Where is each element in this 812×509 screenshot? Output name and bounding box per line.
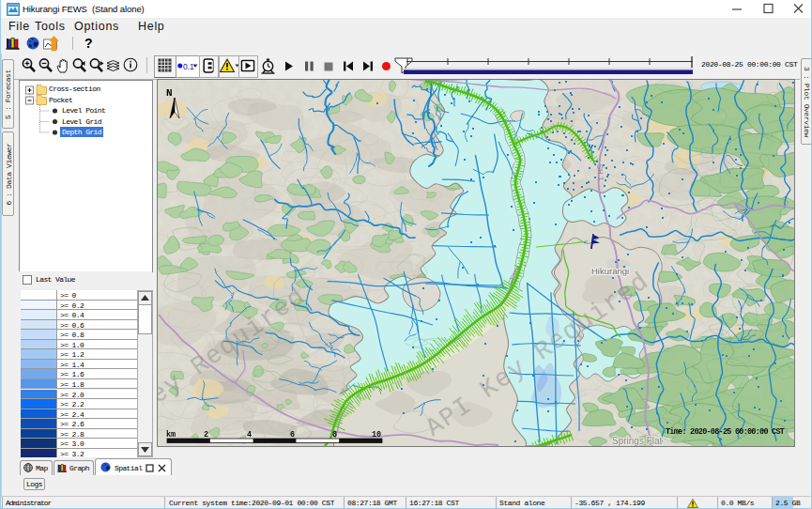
svg-text:6: 6 [290,430,295,440]
svg-text:SH 1: SH 1 [595,163,605,181]
svg-text:0.1: 0.1 [183,62,194,71]
svg-text:Time: 2020-08-25 00:00:00 CST: Time: 2020-08-25 00:00:00 CST [666,427,785,437]
svg-text:km: km [166,430,176,440]
svg-text:Hikurangi: Hikurangi [591,266,629,276]
svg-text:10: 10 [372,430,381,440]
svg-text:2: 2 [204,430,208,440]
svg-text:N: N [166,87,173,99]
svg-text:Springs Flat: Springs Flat [612,436,663,446]
svg-text:4: 4 [247,430,252,440]
svg-text:8: 8 [332,430,337,440]
